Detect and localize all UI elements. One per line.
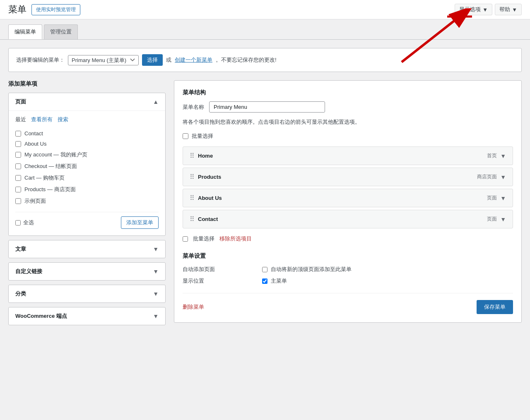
page-label-checkout: Checkout — 结帐页面 <box>24 163 77 170</box>
accordion-woocommerce-arrow: ▼ <box>153 313 159 319</box>
menu-item-contact-type: 页面 <box>487 216 497 223</box>
menu-item-products-right: 商店页面 ▼ <box>477 173 506 180</box>
list-item: Checkout — 结帐页面 <box>15 161 159 172</box>
page-label-sample: 示例页面 <box>24 197 46 205</box>
page-checkbox-products[interactable] <box>15 187 21 192</box>
menu-item-about: ⠿ About Us 页面 ▼ <box>183 189 513 207</box>
accordion-pages-label: 页面 <box>15 98 26 106</box>
save-menu-button[interactable]: 保存菜单 <box>477 300 513 314</box>
or-text: 或 <box>166 56 171 64</box>
page-checkbox-cart[interactable] <box>15 175 21 181</box>
accordion-categories-arrow: ▼ <box>153 290 159 297</box>
auto-add-label: 自动添加页面 <box>183 266 257 273</box>
content-grid: 添加菜单项 页面 ▲ 最近 查看所有 搜索 Conta <box>8 80 522 329</box>
expand-about-button[interactable]: ▼ <box>500 195 506 202</box>
select-all-checkbox[interactable] <box>15 220 21 226</box>
add-menu-items-title: 添加菜单项 <box>8 80 166 88</box>
page-checkbox-checkout[interactable] <box>15 163 21 169</box>
drag-handle-products[interactable]: ⠿ <box>190 173 195 181</box>
remove-selected-link[interactable]: 移除所选项目 <box>219 235 252 242</box>
chevron-down-icon: ▼ <box>482 7 488 13</box>
menu-item-home-type: 首页 <box>487 152 497 159</box>
accordion-pages-header[interactable]: 页面 ▲ <box>9 93 165 110</box>
top-bulk-checkbox[interactable] <box>183 133 188 139</box>
accordion-pages: 页面 ▲ 最近 查看所有 搜索 Contact <box>8 93 166 236</box>
menu-item-contact-left: ⠿ Contact <box>190 215 218 223</box>
menu-select-dropdown[interactable]: Primary Menu (主菜单) <box>68 55 139 65</box>
list-item: 示例页面 <box>15 195 159 207</box>
menu-settings: 菜单设置 自动添加页面 自动将新的顶级页面添加至此菜单 显示位置 主菜单 <box>183 252 513 285</box>
display-options-button[interactable]: 显示选项 ▼ <box>455 4 492 15</box>
menu-name-row: 菜单名称 <box>183 101 513 113</box>
menu-item-about-name: About Us <box>198 195 222 201</box>
menu-settings-title: 菜单设置 <box>183 252 513 260</box>
accordion-categories-label: 分类 <box>15 290 26 298</box>
page-checkbox-myaccount[interactable] <box>15 152 21 158</box>
menu-instructions: 将各个项目拖到您喜欢的顺序。点击项目右边的箭头可显示其他配置选项。 <box>183 118 513 126</box>
accordion-categories: 分类 ▼ <box>8 285 166 303</box>
page-checkbox-contact[interactable] <box>15 131 21 137</box>
auto-add-checkbox[interactable] <box>262 267 267 272</box>
bottom-actions: 全选 添加至菜单 <box>15 212 159 230</box>
tab-recent[interactable]: 最近 <box>15 116 26 123</box>
live-preview-button[interactable]: 使用实时预览管理 <box>31 4 80 15</box>
display-location-checkbox[interactable] <box>262 278 267 284</box>
expand-home-button[interactable]: ▼ <box>500 153 506 159</box>
accordion-pages-arrow-up: ▲ <box>153 98 159 105</box>
menu-structure-title: 菜单结构 <box>183 89 513 96</box>
delete-menu-link[interactable]: 删除菜单 <box>183 303 204 311</box>
accordion-articles-arrow: ▼ <box>153 246 159 252</box>
menu-item-home: ⠿ Home 首页 ▼ <box>183 146 513 165</box>
list-item: Cart — 购物车页 <box>15 172 159 184</box>
list-item: Products — 商店页面 <box>15 184 159 195</box>
help-button[interactable]: 帮助 ▼ <box>495 4 522 15</box>
list-item: Contact <box>15 128 159 139</box>
page-list: Contact About Us My account — 我的账户页 <box>15 128 159 207</box>
accordion-woocommerce-header[interactable]: WooCommerce 端点 ▼ <box>9 307 165 325</box>
right-panel: 菜单结构 菜单名称 将各个项目拖到您喜欢的顺序。点击项目右边的箭头可显示其他配置… <box>174 80 522 323</box>
display-location-value: 主菜单 <box>262 277 513 285</box>
main-content: 选择要编辑的菜单： Primary Menu (主菜单) 选择 或 创建一个新菜… <box>0 40 530 338</box>
accordion-custom-links-label: 自定义链接 <box>15 268 42 275</box>
select-all-label: 全选 <box>23 219 34 226</box>
auto-add-text: 自动将新的顶级页面添加至此菜单 <box>271 266 352 273</box>
accordion-tabs: 最近 查看所有 搜索 <box>15 116 159 123</box>
add-to-menu-button[interactable]: 添加至菜单 <box>121 216 159 229</box>
bottom-bulk-checkbox[interactable] <box>183 236 188 242</box>
accordion-articles-label: 文章 <box>15 245 26 253</box>
page-label-cart: Cart — 购物车页 <box>24 174 65 182</box>
page-label-myaccount: My account — 我的账户页 <box>24 151 87 158</box>
top-bar: 菜单 使用实时预览管理 显示选项 ▼ 帮助 ▼ <box>0 0 530 19</box>
menu-name-input[interactable] <box>209 101 325 113</box>
drag-handle-contact[interactable]: ⠿ <box>190 215 195 223</box>
bottom-bulk-wrap: 批量选择 移除所选项目 <box>183 235 513 242</box>
menu-item-about-left: ⠿ About Us <box>190 194 222 202</box>
accordion-custom-links: 自定义链接 ▼ <box>8 262 166 281</box>
accordion-categories-header[interactable]: 分类 ▼ <box>9 285 165 302</box>
select-all-wrap: 全选 <box>15 219 34 226</box>
drag-handle-about[interactable]: ⠿ <box>190 194 195 202</box>
list-item: My account — 我的账户页 <box>15 149 159 161</box>
menu-item-home-right: 首页 ▼ <box>487 152 506 159</box>
menu-name-label: 菜单名称 <box>183 103 204 111</box>
tab-manage-locations[interactable]: 管理位置 <box>44 24 78 39</box>
drag-handle-home[interactable]: ⠿ <box>190 152 195 160</box>
create-new-menu-link[interactable]: 创建一个新菜单 <box>175 56 212 64</box>
accordion-woocommerce-label: WooCommerce 端点 <box>15 312 67 320</box>
expand-contact-button[interactable]: ▼ <box>500 216 506 223</box>
tab-search[interactable]: 搜索 <box>58 116 68 123</box>
tab-view-all[interactable]: 查看所有 <box>31 116 53 123</box>
accordion-articles-header[interactable]: 文章 ▼ <box>9 240 165 258</box>
help-label: 帮助 <box>499 6 510 13</box>
expand-products-button[interactable]: ▼ <box>500 174 506 180</box>
accordion-custom-links-header[interactable]: 自定义链接 ▼ <box>9 263 165 280</box>
tab-edit-menu[interactable]: 编辑菜单 <box>8 24 42 39</box>
accordion-custom-links-arrow: ▼ <box>153 268 159 275</box>
menu-item-products-type: 商店页面 <box>477 173 497 180</box>
page-checkbox-about[interactable] <box>15 141 21 147</box>
page-checkbox-sample[interactable] <box>15 198 21 204</box>
select-menu-button[interactable]: 选择 <box>142 54 163 66</box>
accordion-woocommerce: WooCommerce 端点 ▼ <box>8 307 166 325</box>
menu-item-contact-right: 页面 ▼ <box>487 216 506 223</box>
menu-item-products: ⠿ Products 商店页面 ▼ <box>183 168 513 186</box>
